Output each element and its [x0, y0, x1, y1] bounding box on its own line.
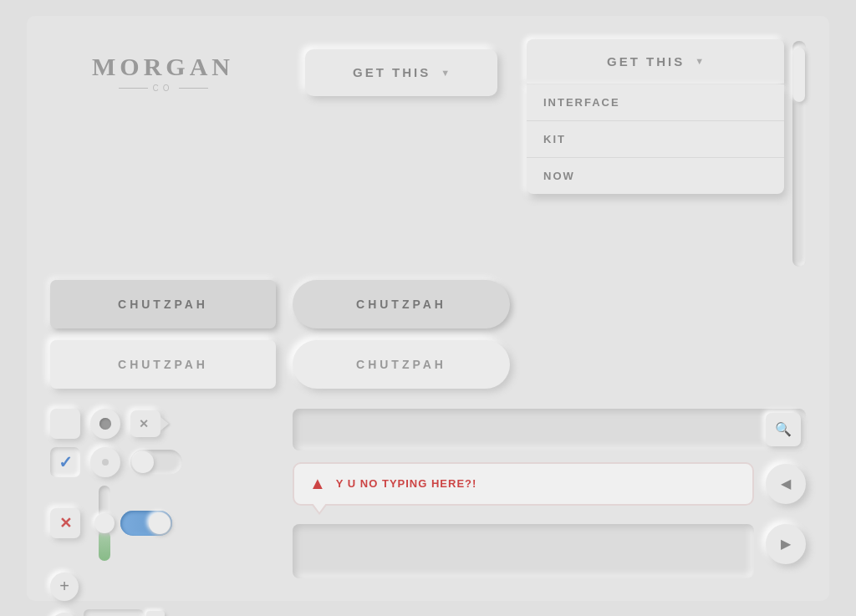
scrollbar-thumb[interactable]	[793, 48, 805, 102]
toggle-knob-on	[149, 512, 171, 534]
chutzpah-rect-dark-label: CHUTZPAH	[118, 298, 208, 311]
search-bar: 🔍	[293, 409, 806, 451]
toggle-on[interactable]	[120, 511, 172, 536]
checkbox-checked[interactable]: ✓	[50, 447, 80, 477]
dropdown1-button[interactable]: GET THIS ▼	[305, 49, 497, 96]
dropdown-item-now[interactable]: NOW	[527, 158, 784, 194]
logo-area: MORGAN CO	[50, 39, 276, 106]
nav-prev-button[interactable]: ◀	[766, 464, 806, 504]
chutzpah-rect-light-button[interactable]: CHUTZPAH	[50, 340, 276, 389]
search-icon: 🔍	[775, 421, 792, 437]
toggle-knob-off	[132, 451, 154, 473]
search-input[interactable]	[304, 423, 759, 436]
pill-buttons-area: CHUTZPAH CHUTZPAH	[293, 280, 510, 389]
search-button[interactable]: 🔍	[766, 413, 801, 446]
toggle-off[interactable]	[130, 450, 182, 475]
alert-triangle-icon: ▲	[309, 474, 326, 493]
checkmark-icon: ✓	[59, 452, 73, 472]
logo-subtitle-row: CO	[119, 84, 208, 93]
dropdown1-area: GET THIS ▼	[293, 39, 510, 106]
dropdown2-button[interactable]: GET THIS ▼	[527, 39, 784, 84]
chutzpah-pill-dark-label: CHUTZPAH	[356, 298, 446, 311]
controls-area: ✕ ✓	[50, 405, 276, 617]
dropdown2-container: GET THIS ▼ INTERFACE KIT NOW	[527, 39, 784, 194]
prev-arrow-icon: ◀	[781, 476, 791, 491]
dropdown2-area: GET THIS ▼ INTERFACE KIT NOW	[527, 39, 806, 267]
nav-next-button[interactable]: ▶	[766, 524, 806, 564]
radio-selected[interactable]	[90, 409, 120, 439]
plus-button[interactable]: +	[50, 573, 79, 601]
vertical-slider-fill	[99, 531, 110, 561]
chutzpah-rect-light-label: CHUTZPAH	[118, 358, 208, 371]
logo-title: MORGAN	[92, 53, 234, 81]
chutzpah-pill-light-label: CHUTZPAH	[356, 358, 446, 371]
vertical-slider-track[interactable]	[99, 486, 110, 561]
checkbox-unchecked[interactable]	[50, 409, 80, 439]
chutzpah-rect-dark-button[interactable]: CHUTZPAH	[50, 280, 276, 328]
alert-text: Y U NO TYPING HERE?!	[336, 477, 477, 490]
stepper-up-button[interactable]: ▲	[146, 611, 165, 617]
text-area[interactable]	[293, 524, 754, 578]
scrollbar-track[interactable]	[792, 41, 806, 267]
dropdown2-label: GET THIS	[607, 54, 685, 69]
dropdown1-arrow: ▼	[441, 68, 450, 78]
checkbox-x[interactable]: ✕	[50, 508, 80, 538]
dropdown2-arrow: ▼	[695, 56, 704, 66]
radio-unselected[interactable]	[90, 447, 120, 477]
chutzpah-pill-dark-button[interactable]: CHUTZPAH	[293, 280, 510, 328]
dropdown2-menu: INTERFACE KIT NOW	[527, 84, 784, 194]
alert-bubble: ▲ Y U NO TYPING HERE?!	[293, 462, 754, 506]
chutzpah-pill-light-button[interactable]: CHUTZPAH	[293, 340, 510, 389]
dropdown1-label: GET THIS	[353, 65, 431, 79]
number-input-area: 4:20 ▲ ▼	[84, 609, 165, 617]
rect-buttons-area: CHUTZPAH CHUTZPAH	[50, 280, 276, 389]
stepper-buttons: ▲ ▼	[146, 611, 165, 617]
bottom-section: ✕ ✓	[50, 405, 806, 617]
number-display: 4:20	[84, 609, 144, 617]
x-mark-icon: ✕	[59, 514, 72, 532]
dropdown-item-interface[interactable]: INTERFACE	[527, 84, 784, 121]
dropdown-item-kit[interactable]: KIT	[527, 121, 784, 158]
logo-subtitle: CO	[153, 84, 174, 93]
x-icon: ✕	[139, 417, 149, 430]
inputs-alerts-area: 🔍 ▲ Y U NO TYPING HERE?! ◀	[293, 405, 806, 578]
minus-button[interactable]: −	[50, 613, 79, 617]
x-tag[interactable]: ✕	[130, 410, 160, 437]
vertical-slider-knob[interactable]	[94, 513, 115, 533]
mid-section: CHUTZPAH CHUTZPAH CHUTZPAH CHUTZPAH	[50, 280, 806, 389]
next-arrow-icon: ▶	[781, 536, 791, 552]
top-section: MORGAN CO GET THIS ▼ GET	[50, 39, 806, 267]
